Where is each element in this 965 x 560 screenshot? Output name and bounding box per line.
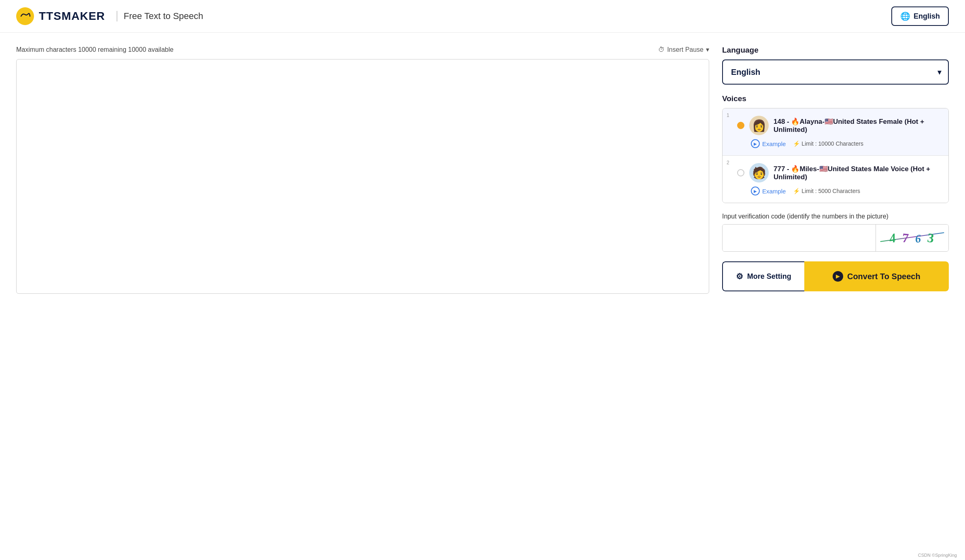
verification-label: Input verification code (identify the nu…	[722, 213, 949, 220]
voice-top-2: 🧑 777 - 🔥Miles-🇺🇸United States Male Voic…	[737, 163, 940, 182]
play-circle-icon-1: ▶	[751, 139, 760, 148]
voice-limit-text-2: Limit : 5000 Characters	[801, 188, 860, 194]
spark-icon-1: ⚡	[793, 140, 800, 147]
voice-limit-1: ⚡ Limit : 10000 Characters	[793, 140, 863, 147]
char-info-bar: Maximum characters 10000 remaining 10000…	[16, 46, 709, 53]
voice-name-2: 777 - 🔥Miles-🇺🇸United States Male Voice …	[774, 165, 940, 181]
voice-item-2[interactable]: 2 🧑 777 - 🔥Miles-🇺🇸United States Male Vo…	[723, 156, 948, 203]
captcha-text: 4 7 6 3	[889, 231, 935, 246]
convert-label: Convert To Speech	[847, 272, 920, 281]
page-subtitle: Free Text to Speech	[117, 11, 204, 21]
voice-radio-selected-1	[737, 122, 744, 129]
captcha-digit-3: 6	[914, 232, 923, 245]
header: TTSMAKER Free Text to Speech 🌐 English	[0, 0, 965, 33]
voice-example-btn-2[interactable]: ▶ Example	[751, 187, 786, 195]
voice-limit-2: ⚡ Limit : 5000 Characters	[793, 188, 860, 194]
captcha-area: 4 7 6 3	[876, 225, 948, 251]
logo-icon	[16, 7, 34, 25]
more-setting-button[interactable]: ⚙ More Setting	[722, 261, 804, 291]
spark-icon-2: ⚡	[793, 188, 800, 194]
captcha-digit-4: 3	[926, 230, 936, 246]
voice-example-label-1: Example	[762, 140, 786, 147]
voice-number-2: 2	[727, 160, 729, 165]
verification-box: 4 7 6 3	[722, 224, 949, 252]
play-circle-icon-2: ▶	[751, 187, 760, 195]
char-info-text: Maximum characters 10000 remaining 10000…	[16, 46, 174, 53]
voice-radio-empty-2	[737, 169, 744, 176]
play-icon-convert: ▶	[833, 271, 843, 282]
voice-avatar-1: 👩	[749, 116, 769, 135]
globe-icon: 🌐	[900, 11, 910, 21]
clock-icon: ⏱	[658, 46, 665, 53]
voice-example-label-2: Example	[762, 188, 786, 195]
footer-note: CSDN ©SpringKing	[918, 553, 957, 558]
logo-area: TTSMAKER Free Text to Speech	[16, 7, 203, 25]
voice-bottom-1: ▶ Example ⚡ Limit : 10000 Characters	[751, 139, 940, 148]
language-select-wrapper: English Chinese Spanish French German Ja…	[722, 59, 949, 85]
settings-icon: ⚙	[736, 272, 743, 281]
voice-number-1: 1	[727, 112, 729, 118]
captcha-digit-1: 4	[888, 230, 898, 246]
voice-item-1[interactable]: 1 👩 148 - 🔥Alayna-🇺🇸United States Female…	[723, 108, 948, 156]
voice-name-1: 148 - 🔥Alayna-🇺🇸United States Female (Ho…	[774, 117, 940, 134]
captcha-digit-2: 7	[901, 230, 911, 246]
voices-list: 1 👩 148 - 🔥Alayna-🇺🇸United States Female…	[722, 108, 949, 203]
text-input[interactable]	[16, 59, 709, 294]
left-panel: Maximum characters 10000 remaining 10000…	[16, 46, 709, 295]
voice-example-btn-1[interactable]: ▶ Example	[751, 139, 786, 148]
logo-name: TTSMAKER	[39, 10, 105, 23]
main-content: Maximum characters 10000 remaining 10000…	[0, 33, 965, 308]
convert-to-speech-button[interactable]: ▶ Convert To Speech	[804, 261, 949, 291]
chevron-down-icon: ▾	[706, 46, 709, 53]
bottom-buttons: ⚙ More Setting ▶ Convert To Speech	[722, 261, 949, 291]
language-label: Language	[722, 46, 949, 55]
voice-bottom-2: ▶ Example ⚡ Limit : 5000 Characters	[751, 187, 940, 195]
voice-limit-text-1: Limit : 10000 Characters	[801, 140, 863, 147]
insert-pause-button[interactable]: ⏱ Insert Pause ▾	[658, 46, 709, 53]
right-panel: Language English Chinese Spanish French …	[722, 46, 949, 295]
verification-input[interactable]	[723, 225, 876, 251]
insert-pause-label: Insert Pause	[667, 46, 704, 53]
voice-top-1: 👩 148 - 🔥Alayna-🇺🇸United States Female (…	[737, 116, 940, 135]
voice-avatar-2: 🧑	[749, 163, 769, 182]
more-setting-label: More Setting	[747, 272, 791, 281]
lang-button-label: English	[914, 12, 940, 21]
language-select[interactable]: English Chinese Spanish French German Ja…	[722, 59, 949, 85]
voices-label: Voices	[722, 94, 949, 103]
language-button[interactable]: 🌐 English	[891, 6, 949, 26]
